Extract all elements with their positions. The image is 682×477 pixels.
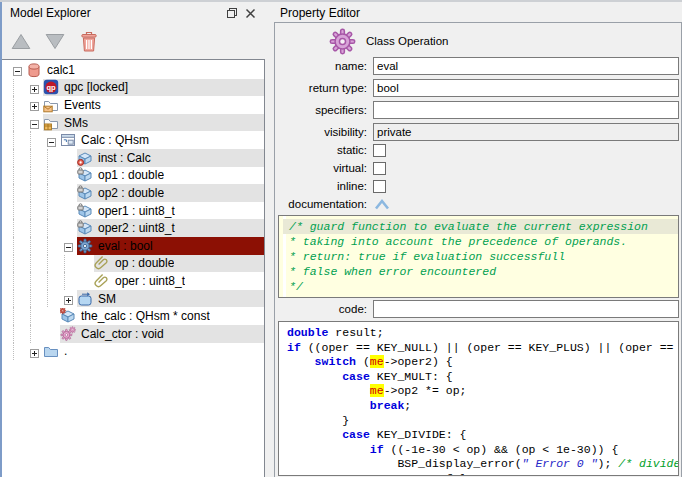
tree-item-sm[interactable]: SM (2, 290, 264, 308)
tree-guide-line (30, 149, 47, 167)
tree-item-label: op1 : double (98, 168, 164, 182)
panel-splitter[interactable] (265, 2, 272, 477)
tree-item-qpc-locked[interactable]: qpqpc [locked] (2, 79, 264, 97)
tree-item-oper2-uint8-t[interactable]: oper2 : uint8_t (2, 219, 264, 237)
tree-indent (2, 61, 13, 79)
tree-indent (2, 325, 13, 343)
tree-item-[interactable]: . (2, 343, 264, 361)
tree-item-calc-qhsm[interactable]: Calc : QHsm (2, 131, 264, 149)
folder-icon (43, 343, 59, 359)
tree-indent (2, 237, 13, 255)
tree-guide-line (13, 219, 30, 237)
tree-item-op2-double[interactable]: op2 : double (2, 184, 264, 202)
code-line: if ((oper == KEY_NULL) || (oper == KEY_P… (287, 341, 678, 356)
tree-item-op-double[interactable]: op : double (2, 255, 264, 273)
tree-item-op1-double[interactable]: op1 : double (2, 167, 264, 185)
close-icon (245, 8, 256, 19)
expand-icon[interactable] (64, 294, 73, 303)
collapse-documentation-button[interactable] (373, 197, 391, 212)
tree-item-calc-ctor-void[interactable]: Calc_ctor : void (2, 325, 264, 343)
delete-button[interactable] (75, 29, 102, 55)
tree-guide-line (13, 255, 30, 273)
attribute-gear-icon (60, 308, 76, 324)
return-type-input[interactable] (373, 79, 679, 97)
documentation-line: * false when error encountered (283, 264, 678, 279)
documentation-editor[interactable]: /* guard function to evaluate the curren… (278, 215, 679, 298)
tree-item-label: Events (64, 98, 101, 112)
move-up-button[interactable] (7, 29, 34, 55)
code-line: case KEY_MULT: { (287, 370, 678, 385)
tree-item-label: Calc : QHsm (81, 133, 149, 147)
expand-icon[interactable] (30, 347, 39, 356)
tree-guide-line (30, 167, 47, 185)
inline-checkbox[interactable] (373, 180, 386, 193)
qm-window: Model Explorer (0, 0, 682, 477)
tree-guide-line (13, 237, 30, 255)
attribute-lock-icon (77, 185, 93, 201)
class-operation-gear-icon (329, 28, 356, 58)
move-down-button[interactable] (41, 29, 68, 55)
name-input[interactable] (373, 57, 679, 75)
tree-item-the-calc-qhsm-const[interactable]: the_calc : QHsm * const (2, 307, 264, 325)
tree-guide-line (13, 202, 30, 220)
class-icon (60, 132, 76, 148)
tree-guide-line (13, 184, 30, 202)
tree-item-label: inst : Calc (98, 151, 151, 165)
tree-item-label: op : double (115, 256, 174, 270)
tree-item-sms[interactable]: SMs (2, 114, 264, 132)
tree-guide-line (47, 167, 64, 185)
constructor-gears-icon (60, 326, 76, 342)
trash-icon (80, 31, 98, 52)
attribute-badge-icon (77, 150, 93, 166)
model-explorer-toolbar (2, 24, 265, 59)
expand-icon[interactable] (30, 100, 39, 109)
static-checkbox[interactable] (373, 144, 386, 157)
virtual-label: virtual: (277, 159, 367, 175)
property-editor-panel: Property Editor Class Operation name: (272, 2, 682, 477)
documentation-line: /* guard function to evaluate the curren… (283, 219, 678, 234)
attribute-lock-icon (77, 167, 93, 183)
expander-placeholder (81, 276, 90, 285)
tree-item-oper1-uint8-t[interactable]: oper1 : uint8_t (2, 202, 264, 220)
collapse-icon[interactable] (64, 241, 73, 250)
tree-item-label: oper2 : uint8_t (98, 221, 175, 235)
code-line: return false; (287, 472, 678, 476)
collapse-icon[interactable] (30, 118, 39, 127)
virtual-checkbox[interactable] (373, 162, 386, 175)
expander-placeholder (47, 329, 56, 338)
tree-indent (2, 114, 13, 132)
specifiers-input[interactable] (373, 101, 679, 119)
visibility-label: visibility: (277, 123, 367, 141)
model-icon (26, 62, 42, 78)
tree-guide-line (47, 202, 64, 220)
tree-item-inst-calc[interactable]: inst : Calc (2, 149, 264, 167)
expand-icon[interactable] (30, 83, 39, 92)
documentation-line: * return: true if evaluation successfull (283, 249, 678, 264)
code-editor[interactable]: double result;if ((oper == KEY_NULL) || … (278, 321, 679, 476)
chevron-up-icon (374, 198, 390, 211)
collapse-icon[interactable] (13, 65, 22, 74)
tree-item-calc1[interactable]: calc1 (2, 61, 264, 79)
collapse-icon[interactable] (47, 136, 56, 145)
tree-item-oper-uint8-t[interactable]: oper : uint8_t (2, 272, 264, 290)
documentation-line: * taking into account the precedence of … (283, 234, 678, 249)
tree-item-events[interactable]: Events (2, 96, 264, 114)
tree-guide-line (30, 219, 47, 237)
float-panel-button[interactable] (223, 5, 241, 21)
tree-item-eval-bool[interactable]: eval : bool (2, 237, 264, 255)
expander-placeholder (64, 188, 73, 197)
code-line: double result; (287, 326, 678, 341)
tree-item-label: Calc_ctor : void (81, 327, 164, 341)
tree-guide-line (13, 307, 30, 325)
code-line: me->op2 *= op; (287, 384, 678, 399)
tree-guide-line (30, 202, 47, 220)
close-panel-button[interactable] (241, 5, 259, 21)
code-input[interactable] (373, 300, 679, 318)
tree-indent (2, 343, 13, 361)
return-type-label: return type: (277, 79, 367, 97)
tree-guide-line (64, 255, 81, 273)
property-editor-titlebar: Property Editor (272, 2, 682, 24)
tree-indent (2, 167, 13, 185)
tree-indent (2, 272, 13, 290)
visibility-input[interactable] (373, 123, 679, 141)
